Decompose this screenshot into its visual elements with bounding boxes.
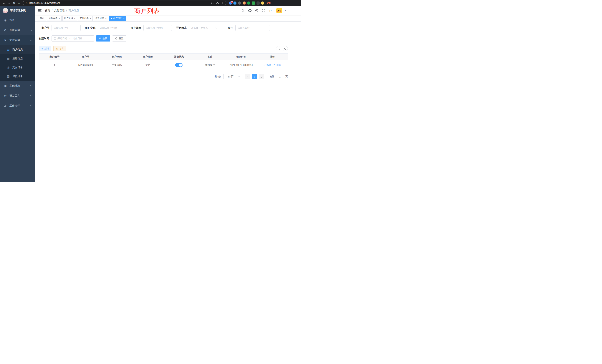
reset-button[interactable]: 重置 bbox=[112, 35, 126, 42]
app-logo-row[interactable]: 芋道管理系统 bbox=[0, 6, 35, 15]
user-avatar[interactable] bbox=[276, 8, 282, 13]
close-icon[interactable]: × bbox=[105, 17, 107, 20]
tab-home[interactable]: 首页 bbox=[38, 16, 46, 21]
extension-icon-8[interactable] bbox=[261, 1, 264, 5]
share-icon[interactable] bbox=[216, 2, 219, 4]
short-name-input[interactable] bbox=[146, 26, 170, 29]
breadcrumb-item-payment[interactable]: 支付管理 bbox=[54, 9, 64, 12]
prev-page-button[interactable] bbox=[245, 74, 250, 79]
tab-process-form[interactable]: 流程表单 × bbox=[47, 16, 62, 21]
page-number-1[interactable]: 1 bbox=[252, 74, 257, 79]
breadcrumb-item-home[interactable]: 首页 bbox=[45, 9, 50, 12]
sidebar-item-infra[interactable]: ▣ 基础设施 bbox=[0, 81, 35, 91]
sidebar-item-payment[interactable]: ¥ 支付管理 bbox=[0, 35, 35, 45]
breadcrumb-separator: / bbox=[52, 9, 53, 12]
sidebar-item-home[interactable]: ◉ 首页 bbox=[0, 15, 35, 25]
goto-page-input[interactable] bbox=[276, 74, 284, 79]
button-label: 重置 bbox=[119, 37, 123, 40]
close-icon[interactable]: × bbox=[123, 17, 125, 20]
close-icon[interactable]: × bbox=[90, 17, 91, 20]
github-icon[interactable] bbox=[248, 9, 252, 13]
search-icon bbox=[99, 37, 101, 40]
next-page-button[interactable] bbox=[259, 74, 264, 79]
delete-button[interactable]: 删除 bbox=[273, 63, 281, 67]
fullscreen-icon[interactable] bbox=[261, 9, 266, 13]
reload-icon[interactable]: ↻ bbox=[11, 0, 17, 6]
forward-icon[interactable]: → bbox=[7, 0, 11, 6]
remark-input[interactable] bbox=[238, 26, 268, 29]
search-button[interactable]: 搜索 bbox=[96, 35, 110, 42]
sidebar-subitem-app-info[interactable]: ▦ 应用信息 bbox=[0, 54, 35, 63]
navbar-actions: ? TT bbox=[241, 8, 287, 13]
extension-icon-7[interactable] bbox=[257, 1, 260, 5]
add-button[interactable]: 新增 bbox=[39, 46, 51, 51]
site-info-icon[interactable]: i bbox=[25, 2, 27, 4]
sidebar-item-system[interactable]: ⚙ 系统管理 bbox=[0, 25, 35, 35]
bookmark-star-icon[interactable]: ☆ bbox=[221, 1, 224, 4]
extension-icon-5[interactable] bbox=[247, 1, 250, 5]
extension-icon-6[interactable] bbox=[252, 1, 255, 5]
refresh-table-button[interactable] bbox=[283, 46, 288, 51]
extension-icon-1[interactable]: 10 bbox=[229, 1, 232, 5]
edit-button[interactable]: 修改 bbox=[263, 63, 271, 67]
tab-refund-order[interactable]: 退款订单 × bbox=[94, 16, 108, 21]
key-icon[interactable] bbox=[211, 2, 214, 4]
back-icon[interactable]: ← bbox=[1, 0, 7, 6]
field-label: 商户号 bbox=[39, 26, 49, 30]
filter-row-2: 创建时间 开始日期 - 结束日期 搜索 重置 bbox=[39, 35, 301, 42]
payment-submenu: ▤ 商户信息 ▦ 应用信息 ◎ 支付订单 ▥ 退款订单 bbox=[0, 45, 35, 81]
sidebar-subitem-refund-order[interactable]: ▥ 退款订单 bbox=[0, 72, 35, 81]
export-button[interactable]: 导出 bbox=[53, 46, 66, 51]
tab-user-group[interactable]: 用户分组 × bbox=[63, 16, 77, 21]
filter-full-name: 商户全称 bbox=[85, 25, 126, 31]
hamburger-icon[interactable] bbox=[38, 9, 42, 12]
home-icon[interactable]: ⌂ bbox=[17, 0, 22, 6]
start-date-placeholder: 开始日期 bbox=[57, 37, 67, 40]
table-row: 1 M233666999 芋道源码 芋艿 我是备注 2021-10-23 08:… bbox=[39, 60, 288, 70]
chevron-down-icon bbox=[30, 85, 32, 86]
toggle-search-button[interactable] bbox=[276, 46, 281, 51]
sidebar-item-workflow[interactable]: ▱ 工作流程 bbox=[0, 101, 35, 111]
search-icon[interactable] bbox=[241, 9, 245, 13]
tab-label: 支付订单 bbox=[80, 17, 89, 20]
column-header: 开启状态 bbox=[163, 55, 195, 59]
cell-full-name: 芋道源码 bbox=[101, 63, 132, 67]
sidebar: 芋道管理系统 ◉ 首页 ⚙ 系统管理 ¥ 支付管理 ▤ 商户信息 ▦ 应用信息 bbox=[0, 6, 35, 182]
merchant-no-input[interactable] bbox=[54, 26, 78, 29]
pencil-icon bbox=[263, 64, 266, 66]
sidebar-item-label: 工作流程 bbox=[10, 104, 20, 107]
tab-merchant-info[interactable]: 商户信息 × bbox=[109, 16, 126, 21]
sidebar-subitem-pay-order[interactable]: ◎ 支付订单 bbox=[0, 63, 35, 72]
browser-toolbar: ← → ↻ ⌂ i localhost:1024/pay/merchant ☆ … bbox=[0, 0, 301, 6]
page-size-select[interactable]: 10条/页 bbox=[223, 74, 241, 79]
url-bar[interactable]: i localhost:1024/pay/merchant ☆ bbox=[23, 1, 226, 5]
date-range-picker[interactable]: 开始日期 - 结束日期 bbox=[52, 35, 94, 42]
tools-icon: ⚒ bbox=[4, 94, 7, 97]
cell-merchant-no: M233666999 bbox=[70, 64, 101, 66]
extension-icon-2[interactable] bbox=[233, 1, 236, 5]
sidebar-item-label: 退款订单 bbox=[12, 75, 23, 78]
extension-badge: 10 bbox=[231, 1, 233, 3]
close-icon[interactable]: × bbox=[74, 17, 75, 20]
sidebar-subitem-merchant-info[interactable]: ▤ 商户信息 bbox=[0, 45, 35, 54]
font-size-icon[interactable]: TT bbox=[268, 9, 272, 13]
browser-update-button[interactable]: 更新 bbox=[267, 1, 271, 5]
extension-icon-3[interactable] bbox=[238, 1, 241, 5]
field-label: 创建时间 bbox=[39, 37, 49, 40]
column-header: 备注 bbox=[194, 55, 226, 59]
field-label: 备注 bbox=[228, 26, 233, 30]
status-toggle[interactable] bbox=[175, 63, 183, 67]
sidebar-item-devtools[interactable]: ⚒ 研发工具 bbox=[0, 91, 35, 101]
help-icon[interactable]: ? bbox=[255, 9, 259, 13]
full-name-input[interactable] bbox=[100, 26, 124, 29]
close-icon[interactable]: × bbox=[59, 17, 60, 20]
browser-menu-icon[interactable]: ⋮ bbox=[272, 1, 276, 5]
app-logo bbox=[3, 8, 8, 13]
url-text[interactable]: localhost:1024/pay/merchant bbox=[29, 2, 60, 4]
tab-pay-order[interactable]: 支付订单 × bbox=[78, 16, 93, 21]
extension-icon-4[interactable] bbox=[243, 1, 246, 5]
caret-down-icon[interactable] bbox=[285, 10, 287, 11]
sidebar-item-label: 支付管理 bbox=[10, 39, 20, 42]
filter-merchant-no: 商户号 bbox=[39, 25, 81, 31]
status-select[interactable]: 请选择开启状态 bbox=[189, 25, 219, 31]
